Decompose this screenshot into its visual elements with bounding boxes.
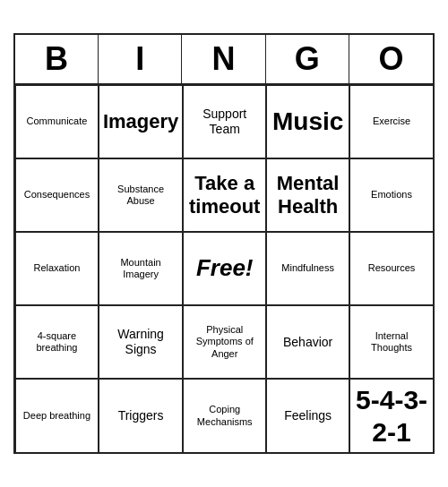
cell-text-7: Take a timeout [187,172,262,219]
cell-text-6: Substance Abuse [103,184,178,207]
cell-text-9: Emotions [371,189,412,201]
cell-text-12: Free! [196,254,254,282]
bingo-cell-4: Exercise [349,85,433,158]
bingo-cell-9: Emotions [349,158,433,232]
bingo-letter-n: N [182,35,265,83]
bingo-cell-2: Support Team [183,85,266,158]
bingo-cell-11: Mountain Imagery [99,232,183,305]
cell-text-19: Internal Thoughts [354,330,429,354]
cell-text-13: Mindfulness [281,262,334,274]
bingo-cell-23: Feelings [266,379,349,452]
cell-text-2: Support Team [187,107,262,137]
bingo-cell-18: Behavior [266,305,349,379]
bingo-cell-17: Physical Symptoms of Anger [183,305,266,379]
cell-text-8: Mental Health [271,172,345,219]
bingo-cell-10: Relaxation [15,232,99,305]
bingo-cell-1: Imagery [99,85,183,158]
cell-text-3: Music [272,107,343,137]
cell-text-18: Behavior [283,335,332,350]
cell-text-14: Resources [368,262,416,274]
cell-text-5: Consequences [24,189,90,201]
cell-text-17: Physical Symptoms of Anger [187,324,262,360]
bingo-cell-6: Substance Abuse [99,158,183,232]
bingo-letter-i: I [99,35,182,83]
bingo-cell-7: Take a timeout [183,158,266,232]
bingo-letter-o: O [349,35,433,83]
cell-text-21: Triggers [118,408,164,423]
cell-text-10: Relaxation [33,262,80,274]
bingo-card: BINGO CommunicateImagerySupport TeamMusi… [13,33,435,454]
bingo-cell-24: 5-4-3-2-1 [349,379,433,452]
bingo-cell-12: Free! [183,232,266,305]
bingo-cell-0: Communicate [15,85,99,158]
cell-text-20: Deep breathing [23,410,90,422]
bingo-cell-15: 4-square breathing [15,305,99,379]
cell-text-11: Mountain Imagery [103,257,178,280]
cell-text-15: 4-square breathing [20,330,94,354]
bingo-cell-19: Internal Thoughts [349,305,433,379]
cell-text-0: Communicate [27,115,88,127]
cell-text-23: Feelings [284,408,332,423]
bingo-cell-3: Music [266,85,349,158]
bingo-cell-13: Mindfulness [266,232,349,305]
cell-text-4: Exercise [373,115,410,127]
bingo-cell-14: Resources [349,232,433,305]
cell-text-1: Imagery [103,110,178,133]
cell-text-22: Coping Mechanisms [187,404,262,427]
bingo-cell-16: Warning Signs [99,305,183,379]
bingo-cell-5: Consequences [15,158,99,232]
cell-text-16: Warning Signs [103,327,178,357]
cell-text-24: 5-4-3-2-1 [354,384,429,449]
bingo-letter-b: B [15,35,99,83]
bingo-cell-8: Mental Health [266,158,349,232]
bingo-cell-21: Triggers [99,379,183,452]
bingo-header: BINGO [15,35,433,85]
bingo-letter-g: G [266,35,349,83]
bingo-grid: CommunicateImagerySupport TeamMusicExerc… [15,85,433,452]
bingo-cell-20: Deep breathing [15,379,99,452]
bingo-cell-22: Coping Mechanisms [183,379,266,452]
